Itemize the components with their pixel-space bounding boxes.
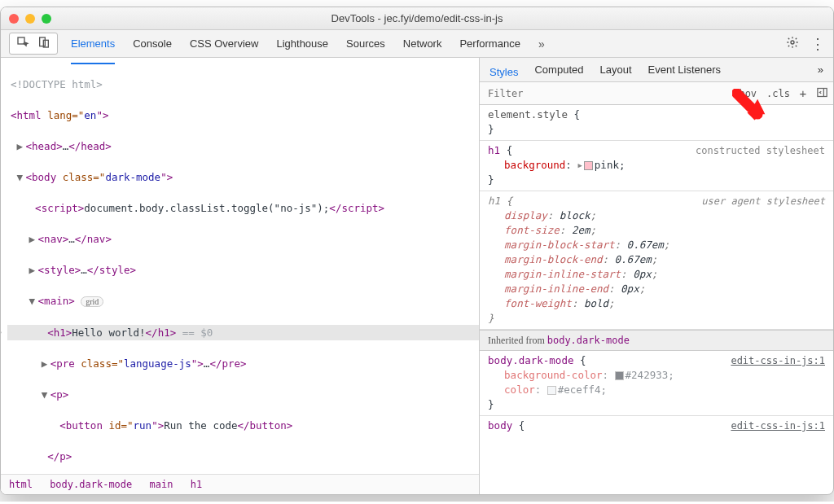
styles-tabs: Styles Computed Layout Event Listeners » <box>480 58 833 82</box>
color-swatch-icon[interactable] <box>584 161 593 170</box>
tab-styles[interactable]: Styles <box>489 61 518 85</box>
rule-h1-constructed[interactable]: constructed stylesheet h1 { background: … <box>480 141 833 191</box>
crumb-html[interactable]: html <box>9 479 33 490</box>
crumb-h1[interactable]: h1 <box>191 479 202 490</box>
styles-filter-input[interactable] <box>480 88 728 99</box>
source-link[interactable]: edit-css-in-js:1 <box>731 419 825 433</box>
window-title: DevTools - jec.fyi/demo/edit-css-in-js <box>1 12 833 24</box>
rule-body[interactable]: edit-css-in-js:1 body { <box>480 416 833 436</box>
elements-panel: <!DOCTYPE html> <html lang="en"> ▶<head>… <box>1 58 480 494</box>
doctype: <!DOCTYPE html> <box>11 78 103 90</box>
inspect-element-icon[interactable] <box>16 36 29 51</box>
rule-body-darkmode[interactable]: edit-css-in-js:1 body.dark-mode { backgr… <box>480 351 833 416</box>
inherited-from-bar: Inherited from body.dark-mode <box>480 330 833 351</box>
titlebar: DevTools - jec.fyi/demo/edit-css-in-js <box>1 7 833 30</box>
tab-console[interactable]: Console <box>133 31 172 57</box>
crumb-body[interactable]: body.dark-mode <box>50 479 132 490</box>
main-toolbar: Elements Console CSS Overview Lighthouse… <box>1 30 833 58</box>
selected-node[interactable]: <h1>Hello world!</h1> == $0 <box>7 325 479 340</box>
tab-network[interactable]: Network <box>403 31 442 57</box>
device-toggle-icon[interactable] <box>37 36 50 51</box>
color-swatch-icon[interactable] <box>547 386 556 395</box>
crumb-main[interactable]: main <box>150 479 173 490</box>
svg-rect-1 <box>40 37 46 46</box>
breadcrumb: html body.dark-mode main h1 <box>1 474 479 494</box>
kebab-menu-icon[interactable]: ⋮ <box>810 40 825 48</box>
tab-event-listeners[interactable]: Event Listeners <box>648 59 722 81</box>
tab-css-overview[interactable]: CSS Overview <box>190 31 259 57</box>
expand-arrow-icon[interactable]: ▶ <box>17 138 26 154</box>
sidebar-toggle-icon[interactable] <box>811 86 833 101</box>
rule-element-style[interactable]: element.style { } <box>480 105 833 141</box>
panel-tabs: Elements Console CSS Overview Lighthouse… <box>71 31 773 57</box>
tab-sources[interactable]: Sources <box>346 31 385 57</box>
toolbar-inspect-group <box>9 33 58 55</box>
tab-lighthouse[interactable]: Lighthouse <box>276 31 328 57</box>
styles-panel: Styles Computed Layout Event Listeners »… <box>480 58 833 494</box>
styles-tabs-overflow-icon[interactable]: » <box>818 59 823 81</box>
color-swatch-icon[interactable] <box>615 371 624 380</box>
cls-toggle[interactable]: .cls <box>762 88 795 99</box>
new-rule-icon[interactable]: + <box>795 83 811 104</box>
tab-layout[interactable]: Layout <box>599 59 631 81</box>
rule-h1-useragent[interactable]: user agent stylesheet h1 { display: bloc… <box>480 191 833 330</box>
styles-filter-bar: :hov .cls + <box>480 82 833 105</box>
gear-icon[interactable] <box>786 36 799 51</box>
expand-shorthand-icon[interactable]: ▶ <box>577 158 582 173</box>
hov-toggle[interactable]: :hov <box>728 88 762 99</box>
source-link[interactable]: edit-css-in-js:1 <box>731 353 825 368</box>
tab-computed[interactable]: Computed <box>534 59 583 81</box>
devtools-window: DevTools - jec.fyi/demo/edit-css-in-js E… <box>0 7 834 495</box>
collapse-arrow-icon[interactable]: ▼ <box>17 169 26 185</box>
svg-point-3 <box>791 41 794 44</box>
styles-rules: element.style { } constructed stylesheet… <box>480 105 833 494</box>
dom-tree[interactable]: <!DOCTYPE html> <html lang="en"> ▶<head>… <box>1 58 479 474</box>
toolbar-right: ⋮ <box>786 36 825 51</box>
grid-badge[interactable]: grid <box>81 296 103 307</box>
panel-body: <!DOCTYPE html> <html lang="en"> ▶<head>… <box>1 58 833 494</box>
source-link[interactable]: constructed stylesheet <box>696 143 825 158</box>
tabs-overflow-icon[interactable]: » <box>538 31 545 57</box>
tab-performance[interactable]: Performance <box>459 31 520 57</box>
